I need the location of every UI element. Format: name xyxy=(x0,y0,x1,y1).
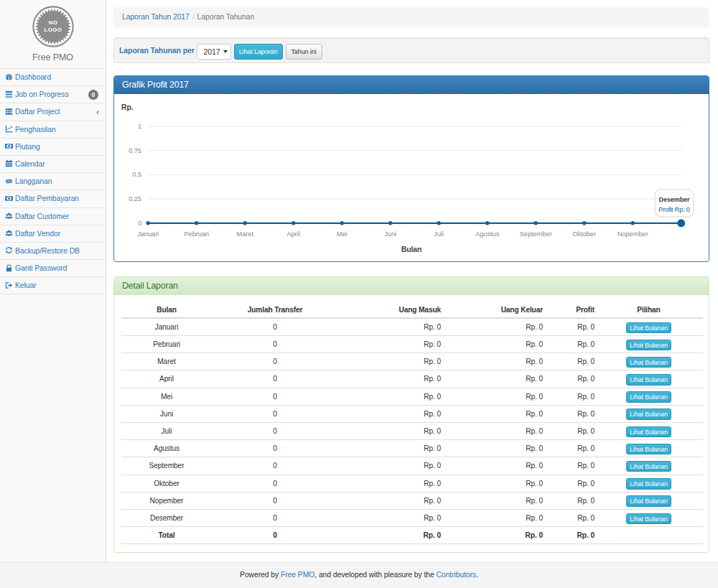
svg-text:0.5: 0.5 xyxy=(132,170,141,178)
svg-text:1: 1 xyxy=(138,122,141,130)
svg-text:Rp.: Rp. xyxy=(121,103,134,111)
svg-text:NO: NO xyxy=(48,19,57,26)
svg-text:Juni: Juni xyxy=(384,230,396,238)
svg-text:0.25: 0.25 xyxy=(129,195,141,202)
svg-text:Pebruari: Pebruari xyxy=(184,230,209,238)
svg-text:Mei: Mei xyxy=(337,230,348,238)
svg-text:September: September xyxy=(520,230,552,238)
svg-text:Nopember: Nopember xyxy=(617,230,648,238)
svg-text:Juli: Juli xyxy=(434,230,444,238)
svg-text:Agustus: Agustus xyxy=(475,230,500,238)
svg-text:Desember: Desember xyxy=(659,196,690,203)
svg-text:Maret: Maret xyxy=(236,230,253,238)
svg-text:LOGO: LOGO xyxy=(44,27,62,33)
svg-text:0.75: 0.75 xyxy=(129,146,141,154)
svg-text:Bulan: Bulan xyxy=(401,245,422,253)
svg-text:Oktober: Oktober xyxy=(572,230,596,238)
svg-text:0: 0 xyxy=(138,219,141,227)
svg-text:April: April xyxy=(287,230,300,238)
svg-text:Profit Rp: 0: Profit Rp: 0 xyxy=(658,206,690,213)
svg-text:Januari: Januari xyxy=(137,230,159,238)
